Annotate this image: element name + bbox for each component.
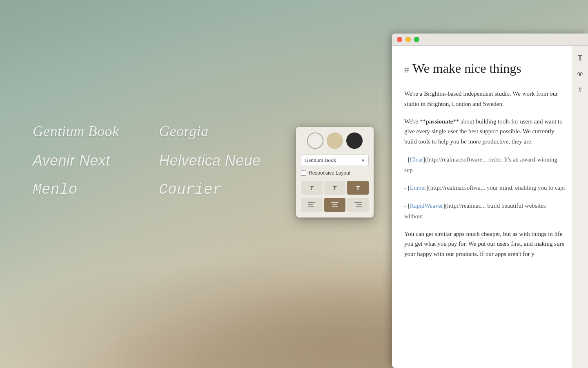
window-main-content: # We make nice things We're a Brighton-b…	[392, 46, 588, 368]
responsive-layout-row: Responsive Layout	[301, 170, 369, 176]
swatch-black[interactable]	[346, 132, 363, 149]
chevron-down-icon: ▼	[361, 158, 365, 163]
font-item-avenir-next: Avenir Next	[33, 152, 134, 169]
traffic-light-fullscreen[interactable]	[414, 37, 419, 42]
text-italic-button[interactable]: T	[301, 181, 323, 195]
font-dropdown-label: Gentium Book	[305, 157, 361, 164]
preview-icon[interactable]: 👁	[577, 71, 584, 78]
font-item-gentium-book: Gentium Book	[33, 123, 134, 140]
alignment-button-group	[301, 198, 369, 212]
font-dropdown[interactable]: Gentium Book ▼	[301, 155, 369, 166]
align-center-icon	[331, 202, 339, 207]
swatch-white[interactable]	[307, 132, 323, 149]
font-item-courier: Courier	[159, 182, 261, 198]
window-title: We make nice things	[412, 58, 521, 79]
responsive-layout-label[interactable]: Responsive Layout	[309, 170, 350, 176]
align-right-icon	[354, 202, 362, 207]
text-bold-button[interactable]: T	[347, 181, 369, 195]
responsive-layout-checkbox[interactable]	[301, 171, 306, 176]
window-titlebar	[392, 34, 588, 46]
window-sidebar: T 👁 ⇧	[572, 46, 588, 368]
mac-window: T 👁 ⇧ # We make nice things We're a Brig…	[392, 34, 588, 368]
window-heading: # We make nice things	[404, 58, 566, 79]
passion-paragraph: We're **passionate** about building tool…	[404, 117, 566, 147]
product-clear: - [Clear](http://realmacsoftware... orde…	[404, 154, 566, 175]
hash-symbol: #	[404, 62, 409, 77]
align-right-button[interactable]	[347, 198, 369, 212]
font-item-helvetica-neue: Helvetica Neue	[159, 152, 261, 169]
align-left-icon	[308, 202, 315, 207]
text-style-button-group: T T T	[301, 181, 369, 195]
align-left-button[interactable]	[301, 198, 323, 212]
product-ember: - [Ember](http://realmacsoftwa... your m…	[404, 182, 566, 193]
align-center-button[interactable]	[324, 198, 346, 212]
swatch-tan[interactable]	[327, 132, 343, 149]
text-normal-button[interactable]: T	[324, 181, 346, 195]
traffic-light-close[interactable]	[397, 37, 402, 42]
settings-popup: Gentium Book ▼ Responsive Layout T T T	[296, 127, 374, 218]
share-icon[interactable]: ⇧	[578, 86, 583, 93]
intro-paragraph: We're a Brighton-based independent studi…	[404, 89, 566, 109]
font-item-georgia: Georgia	[159, 123, 261, 140]
traffic-light-minimize[interactable]	[405, 37, 411, 42]
color-swatch-group	[301, 132, 369, 149]
font-showcase: Gentium Book Georgia Avenir Next Helveti…	[33, 123, 261, 198]
font-item-menlo: Menlo	[33, 182, 134, 198]
footer-paragraph: You can get similar apps much cheaper, b…	[404, 229, 566, 259]
product-rapidweaver: - [RapidWeaver](http://realmac... build …	[404, 200, 566, 222]
text-icon[interactable]: T	[578, 54, 582, 63]
